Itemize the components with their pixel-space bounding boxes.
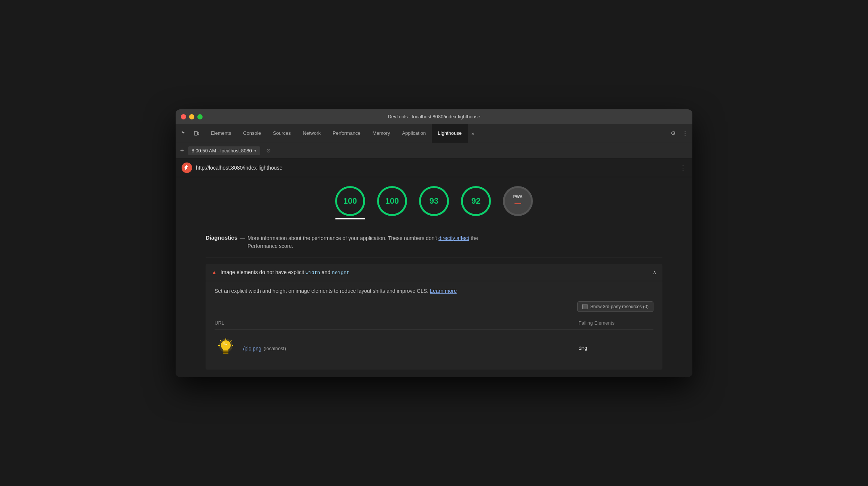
table-row: /pic.png (localhost) img xyxy=(215,334,653,363)
lighthouse-logo-icon xyxy=(182,162,192,173)
score-circle-performance[interactable]: 100 xyxy=(335,186,365,216)
score-circle-accessibility[interactable]: 100 xyxy=(377,186,407,216)
url-display[interactable]: 8:00:50 AM - localhost:8080 ▾ xyxy=(188,146,260,155)
tab-elements[interactable]: Elements xyxy=(205,124,237,143)
warning-triangle-icon: ▲ xyxy=(212,269,217,275)
lighthouse-header: http://localhost:8080/index-lighthouse ⋮ xyxy=(176,159,692,177)
lighthouse-url: http://localhost:8080/index-lighthouse xyxy=(196,165,676,171)
traffic-lights xyxy=(181,114,203,119)
address-bar: + 8:00:50 AM - localhost:8080 ▾ ⊘ xyxy=(176,143,692,159)
row-url-link[interactable]: /pic.png xyxy=(243,346,261,352)
tabs-container: Elements Console Sources Network Perform… xyxy=(205,124,669,143)
show-3rd-party-button[interactable]: Show 3rd-party resources (0) xyxy=(577,301,653,312)
maximize-button[interactable] xyxy=(197,114,203,119)
warning-collapse-icon[interactable]: ∧ xyxy=(653,269,656,275)
score-performance[interactable]: 100 xyxy=(335,186,365,219)
col-url-header: URL xyxy=(215,320,579,326)
show-3rd-party-row: Show 3rd-party resources (0) xyxy=(215,301,653,312)
more-tabs-button[interactable]: » xyxy=(468,124,478,143)
show-3rd-party-checkbox[interactable] xyxy=(582,304,588,309)
more-options-icon[interactable]: ⋮ xyxy=(681,128,689,138)
title-bar: DevTools - localhost:8080/index-lighthou… xyxy=(176,109,692,124)
svg-line-12 xyxy=(230,340,231,341)
tab-bar-right: ⚙ ⋮ xyxy=(669,128,689,138)
warning-section: ▲ Image elements do not have explicit wi… xyxy=(206,264,662,370)
tab-console[interactable]: Console xyxy=(237,124,267,143)
row-url-col: /pic.png (localhost) xyxy=(215,337,579,360)
warning-description: Set an explicit width and height on imag… xyxy=(215,288,653,294)
window-title: DevTools - localhost:8080/index-lighthou… xyxy=(388,114,480,119)
tab-application[interactable]: Application xyxy=(396,124,432,143)
inspect-icon[interactable] xyxy=(179,128,189,139)
row-failing-element: img xyxy=(579,346,653,351)
tab-sources[interactable]: Sources xyxy=(267,124,297,143)
warning-header: ▲ Image elements do not have explicit wi… xyxy=(206,264,662,281)
score-circle-best-practices[interactable]: 93 xyxy=(419,186,449,216)
svg-rect-1 xyxy=(198,132,199,134)
row-thumbnail xyxy=(215,337,237,360)
score-circle-pwa[interactable]: PWA — xyxy=(503,186,533,216)
diagnostics-title: Diagnostics xyxy=(206,234,237,241)
row-host: (localhost) xyxy=(264,346,286,351)
score-circle-seo[interactable]: 92 xyxy=(461,186,491,216)
device-toggle-icon[interactable] xyxy=(191,128,202,139)
svg-rect-0 xyxy=(194,131,197,135)
svg-rect-6 xyxy=(223,350,228,352)
svg-rect-5 xyxy=(223,349,228,350)
svg-point-9 xyxy=(223,342,225,345)
directly-affect-link[interactable]: directly affect xyxy=(438,235,469,241)
reload-icon[interactable]: ⊘ xyxy=(266,148,271,154)
svg-line-11 xyxy=(220,340,221,341)
tab-performance[interactable]: Performance xyxy=(327,124,366,143)
url-dropdown-icon[interactable]: ▾ xyxy=(254,148,257,153)
score-underline-performance xyxy=(335,218,365,219)
svg-rect-7 xyxy=(223,352,228,353)
divider xyxy=(206,258,662,258)
diagnostics-description: More information about the performance o… xyxy=(248,234,478,250)
score-pwa[interactable]: PWA — xyxy=(503,186,533,219)
scores-row: 100 100 93 92 PWA xyxy=(176,177,692,227)
score-best-practices[interactable]: 93 xyxy=(419,186,449,219)
new-tab-button[interactable]: + xyxy=(180,147,184,155)
tab-network[interactable]: Network xyxy=(297,124,327,143)
devtools-icons xyxy=(179,128,202,139)
lightbulb-icon xyxy=(216,337,235,360)
content-area: Diagnostics — More information about the… xyxy=(176,227,692,377)
minimize-button[interactable] xyxy=(189,114,194,119)
tab-bar: Elements Console Sources Network Perform… xyxy=(176,124,692,143)
learn-more-link[interactable]: Learn more xyxy=(430,288,457,294)
tab-lighthouse[interactable]: Lighthouse xyxy=(432,124,468,143)
tab-memory[interactable]: Memory xyxy=(367,124,396,143)
score-accessibility[interactable]: 100 xyxy=(377,186,407,219)
diagnostics-section: Diagnostics — More information about the… xyxy=(206,234,662,250)
lighthouse-more-icon[interactable]: ⋮ xyxy=(680,164,686,172)
settings-icon[interactable]: ⚙ xyxy=(669,128,677,138)
diagnostics-dash: — xyxy=(240,234,245,241)
table-header: URL Failing Elements xyxy=(215,318,653,330)
svg-rect-8 xyxy=(223,353,228,354)
close-button[interactable] xyxy=(181,114,186,119)
col-failing-header: Failing Elements xyxy=(579,320,653,326)
show-3rd-party-label: Show 3rd-party resources (0) xyxy=(591,304,649,309)
score-seo[interactable]: 92 xyxy=(461,186,491,219)
warning-body: Set an explicit width and height on imag… xyxy=(206,281,662,370)
warning-title: Image elements do not have explicit widt… xyxy=(221,269,649,276)
